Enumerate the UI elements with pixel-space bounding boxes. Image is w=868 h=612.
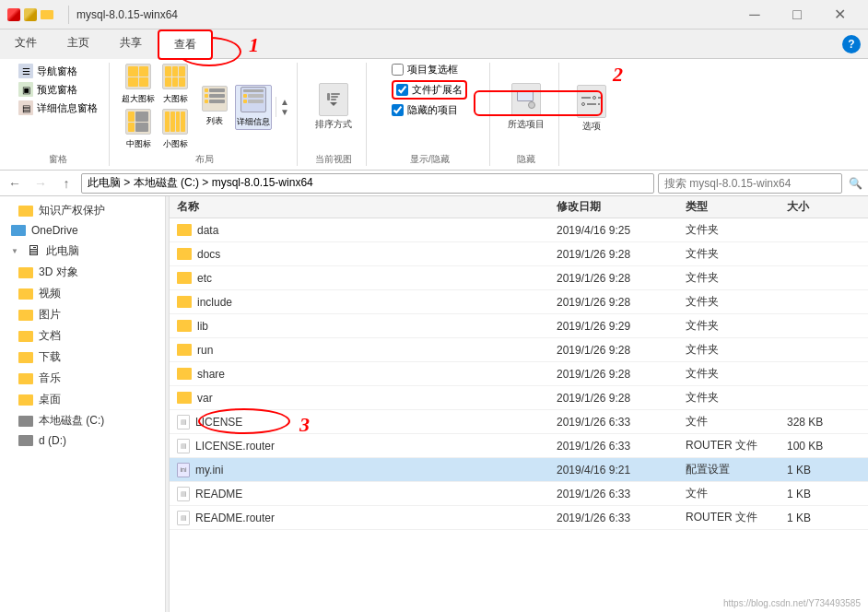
sidebar-item-download[interactable]: 下载 [0,347,165,368]
col-type[interactable]: 类型 [686,199,787,215]
file-type: 文件夹 [686,390,787,406]
hide-selected-button[interactable]: 所选项目 [501,80,551,134]
col-name[interactable]: 名称 [177,199,557,215]
table-row[interactable]: ▤ README 2019/1/26 6:33 文件 1 KB [170,482,868,506]
table-row[interactable]: share 2019/1/26 9:28 文件夹 [170,362,868,386]
sidebar-item-3d[interactable]: 3D 对象 [0,262,165,283]
options-button[interactable]: 选项 [570,82,613,135]
file-ext-checkbox-input[interactable] [396,84,408,96]
hidden-items-row[interactable]: 隐藏的项目 [392,103,458,117]
options-icon [577,85,606,118]
item-checkbox-input[interactable] [392,64,404,76]
file-ext-row[interactable]: 文件扩展名 [392,80,467,100]
file-size: 328 KB [787,416,861,429]
sidebar-item-onedrive[interactable]: OneDrive [0,221,165,240]
sidebar-item-c-drive[interactable]: 本地磁盘 (C:) [0,410,165,431]
preview-pane-button[interactable]: ▣ 预览窗格 [15,81,81,98]
table-row[interactable]: data 2019/4/16 9:25 文件夹 [170,218,868,242]
file-name: run [177,344,557,357]
sidebar-item-d-drive[interactable]: d (D:) [0,431,165,450]
address-bar[interactable] [81,173,654,194]
medium-icon [125,109,151,135]
table-row[interactable]: ▤ LICENSE 2019/1/26 6:33 文件 328 KB [170,410,868,434]
list-btn[interactable]: 列表 [196,85,233,130]
sidebar-onedrive-icon [11,225,26,236]
file-name-text: LICENSE.router [195,440,275,453]
up-button[interactable]: ↑ [55,172,77,194]
tab-share[interactable]: 共享 [105,29,158,59]
help-button[interactable]: ? [835,29,868,59]
sidebar-item-desktop[interactable]: 桌面 [0,389,165,410]
sidebar-item-zscqbh[interactable]: 知识产权保护 [0,200,165,221]
sidebar-item-doc[interactable]: 文档 [0,325,165,347]
sidebar-label: OneDrive [31,224,78,237]
file-date: 2019/1/26 9:28 [557,368,686,381]
file-name-text: var [197,392,213,405]
item-checkbox-row[interactable]: 项目复选框 [392,63,458,76]
sidebar-item-music[interactable]: 音乐 [0,368,165,389]
back-button[interactable]: ← [4,172,26,194]
file-name: data [177,224,557,237]
tab-home[interactable]: 主页 [53,29,105,59]
window-controls: ─ □ ✕ [733,0,861,29]
sidebar-label: d (D:) [39,434,66,447]
sidebar-folder-icon [18,206,33,217]
scroll-up-btn[interactable]: ▲ [280,97,289,107]
hide-group-label: 隐藏 [517,151,535,166]
forward-button[interactable]: → [29,172,52,194]
sort-by-button[interactable]: 排序方式 [309,80,358,134]
minimize-button[interactable]: ─ [733,0,776,29]
table-row[interactable]: ▤ README.router 2019/1/26 6:33 ROUTER 文件… [170,506,868,530]
col-size[interactable]: 大小 [787,199,861,215]
details-btn[interactable]: 详细信息 [235,85,272,130]
folder-icon [177,224,192,236]
sidebar-item-pic[interactable]: 图片 [0,304,165,325]
maximize-button[interactable]: □ [776,0,818,29]
layout-group-label: 布局 [195,151,214,166]
sidebar-item-video[interactable]: 视频 [0,283,165,304]
large-icon-btn[interactable]: 大图标 [158,63,193,106]
file-name: lib [177,320,557,333]
nav-pane-button[interactable]: ☰ 导航窗格 [15,63,81,79]
title-bar-icons [7,8,53,21]
super-large-icon-btn[interactable]: 超大图标 [121,63,156,106]
folder-icon [177,368,192,380]
tab-file[interactable]: 文件 [0,29,53,59]
search-bar[interactable] [658,173,842,194]
table-row[interactable]: var 2019/1/26 9:28 文件夹 [170,386,868,410]
table-row[interactable]: docs 2019/1/26 9:28 文件夹 [170,242,868,266]
folder-icon [177,392,192,404]
hidden-items-checkbox-input[interactable] [392,104,404,116]
detail-pane-button[interactable]: ▤ 详细信息窗格 [15,100,101,116]
table-row[interactable]: lib 2019/1/26 9:29 文件夹 [170,314,868,338]
table-row[interactable]: etc 2019/1/26 9:28 文件夹 [170,266,868,290]
file-name-text: lib [197,320,208,333]
col-date[interactable]: 修改日期 [557,199,686,215]
file-date: 2019/1/26 6:33 [557,416,686,429]
close-button[interactable]: ✕ [818,0,861,29]
sidebar-item-thispc[interactable]: ▼ 🖥 此电脑 [0,240,165,262]
table-row[interactable]: ini my.ini 2019/4/16 9:21 配置设置 1 KB [170,458,868,482]
file-list-header: 名称 修改日期 类型 大小 [170,196,868,218]
sidebar-folder-icon [18,310,33,321]
small-icon-btn[interactable]: 小图标 [158,108,193,151]
scroll-down-btn[interactable]: ▼ [280,107,289,117]
sidebar-label: 3D 对象 [39,265,78,280]
table-row[interactable]: run 2019/1/26 9:28 文件夹 [170,338,868,362]
super-large-icon [125,64,151,89]
table-row[interactable]: include 2019/1/26 9:28 文件夹 [170,290,868,314]
tab-spacer [213,29,835,59]
hide-content: 所选项目 [501,63,551,151]
sidebar-folder-icon [18,288,33,300]
file-name-text: run [197,344,213,357]
file-icon: ▤ [177,439,190,453]
title-separator [68,6,69,24]
tab-view[interactable]: 查看 [158,29,213,60]
medium-icon-btn[interactable]: 中图标 [121,108,156,151]
scroll-btn: ▲ ▼ [276,97,289,117]
small-icon-img [162,109,188,135]
file-type: 文件夹 [686,366,787,382]
table-row[interactable]: ▤ LICENSE.router 2019/1/26 6:33 ROUTER 文… [170,434,868,458]
nav-pane-icon: ☰ [18,64,33,78]
sidebar-label: 本地磁盘 (C:) [39,413,104,429]
